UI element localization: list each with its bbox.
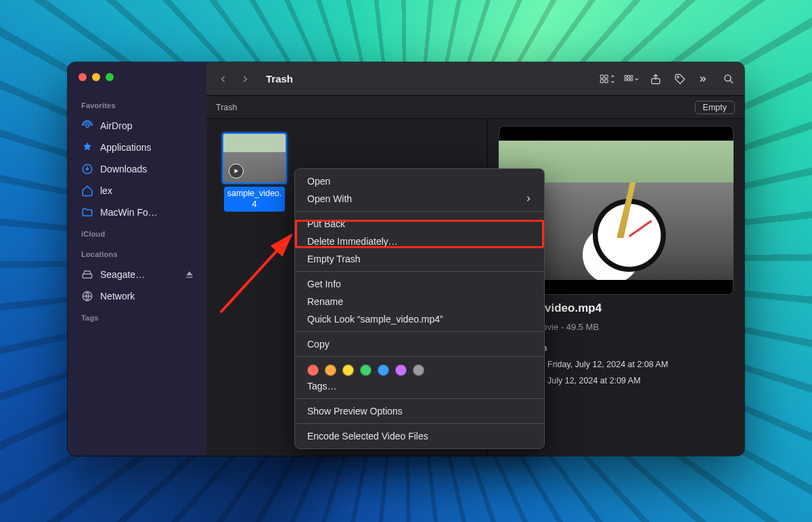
svg-rect-9 [628, 75, 630, 77]
sidebar-item-label: Downloads [100, 164, 147, 174]
close-window-button[interactable] [78, 73, 87, 81]
svg-rect-5 [605, 75, 608, 78]
svg-point-16 [725, 75, 731, 81]
svg-rect-6 [600, 79, 604, 82]
menu-item-tags[interactable]: Tags… [295, 377, 544, 395]
sidebar-item-applications[interactable]: Applications [77, 138, 200, 157]
tag-dot-purple[interactable] [395, 364, 407, 376]
chevron-right-icon [525, 195, 532, 202]
sidebar-section-locations: Locations [77, 245, 200, 262]
svg-rect-11 [625, 78, 627, 80]
menu-item-rename[interactable]: Rename [295, 293, 544, 310]
menu-item-show-preview-options[interactable]: Show Preview Options [295, 402, 544, 420]
nav-forward-button[interactable] [235, 69, 255, 89]
tags-button[interactable] [673, 72, 687, 87]
menu-item-open-with[interactable]: Open With [295, 190, 544, 208]
sidebar-section-tags: Tags [77, 308, 200, 326]
trash-subbar: Trash Empty [206, 96, 744, 119]
sidebar-item-label: Seagate… [100, 269, 145, 280]
file-thumbnail[interactable] [223, 134, 286, 183]
svg-rect-10 [631, 75, 633, 77]
window-controls [77, 70, 200, 93]
svg-rect-2 [83, 274, 92, 278]
sidebar-item-downloads[interactable]: Downloads [77, 160, 200, 179]
tag-dot-grey[interactable] [413, 364, 424, 376]
svg-rect-12 [628, 78, 630, 80]
play-icon [229, 164, 244, 179]
tag-dot-yellow[interactable] [342, 364, 354, 376]
home-icon [81, 185, 93, 197]
eject-icon[interactable] [183, 268, 196, 281]
file-item[interactable]: sample_video. 4 [217, 134, 292, 212]
svg-point-0 [86, 124, 89, 128]
svg-rect-4 [600, 75, 604, 78]
external-drive-icon [81, 268, 93, 281]
location-label: Trash [216, 103, 238, 112]
menu-separator [295, 356, 544, 357]
svg-rect-13 [631, 78, 633, 80]
sidebar-section-icloud: iCloud [77, 224, 200, 242]
downloads-icon [81, 163, 93, 175]
menu-item-quick-look[interactable]: Quick Look “sample_video.mp4” [295, 310, 544, 328]
menu-item-open[interactable]: Open [295, 172, 544, 190]
svg-rect-8 [625, 75, 627, 77]
menu-separator [295, 271, 544, 272]
menu-item-get-info[interactable]: Get Info [295, 275, 544, 293]
sidebar-item-airdrop[interactable]: AirDrop [77, 116, 200, 135]
sidebar-item-label: Network [100, 291, 135, 302]
sidebar-item-label: MacWin Fo… [100, 207, 158, 218]
sidebar-item-label: Applications [100, 142, 152, 153]
zoom-window-button[interactable] [106, 73, 114, 81]
preview-value: Friday, July 12, 2024 at 2:08 AM [547, 360, 668, 369]
sidebar-item-label: lex [100, 185, 112, 196]
sidebar-item-home[interactable]: lex [77, 181, 200, 200]
more-toolbar-button[interactable] [697, 72, 712, 87]
context-menu: Open Open With Put Back Delete Immediate… [294, 168, 545, 449]
svg-point-15 [677, 76, 679, 77]
preview-value: July 12, 2024 at 2:09 AM [547, 376, 641, 385]
group-by-button[interactable] [624, 72, 639, 87]
sidebar-item-seagate[interactable]: Seagate… [77, 265, 200, 284]
folder-icon [81, 206, 93, 218]
view-options-button[interactable] [600, 72, 614, 87]
menu-separator [295, 211, 544, 212]
tag-dot-orange[interactable] [325, 364, 336, 376]
sidebar-item-label: AirDrop [100, 120, 132, 131]
tag-dot-blue[interactable] [378, 364, 389, 376]
sidebar-item-macwin[interactable]: MacWin Fo… [77, 203, 200, 222]
tag-dot-red[interactable] [307, 364, 319, 376]
sidebar-item-network[interactable]: Network [77, 287, 200, 306]
network-icon [81, 290, 93, 302]
search-button[interactable] [721, 72, 736, 87]
nav-back-button[interactable] [213, 69, 233, 89]
sidebar-section-favorites: Favorites [77, 96, 200, 114]
menu-item-empty-trash[interactable]: Empty Trash [295, 250, 544, 268]
file-name-label[interactable]: sample_video. 4 [224, 187, 286, 212]
window-title: Trash [259, 73, 300, 85]
menu-item-encode[interactable]: Encode Selected Video Files [295, 427, 544, 445]
finder-sidebar: Favorites AirDrop Applications Downloads [68, 62, 206, 456]
tag-dot-green[interactable] [360, 364, 371, 376]
share-button[interactable] [648, 72, 663, 87]
menu-tag-colors [295, 360, 544, 377]
menu-separator [295, 331, 544, 332]
menu-separator [295, 398, 544, 399]
finder-toolbar: Trash [206, 62, 744, 96]
svg-rect-7 [605, 79, 608, 82]
menu-separator [295, 423, 544, 424]
menu-item-put-back[interactable]: Put Back [295, 215, 544, 233]
menu-item-delete-immediately[interactable]: Delete Immediately… [295, 233, 544, 250]
desktop-background: Favorites AirDrop Applications Downloads [0, 0, 812, 522]
minimize-window-button[interactable] [92, 73, 100, 81]
airdrop-icon [81, 120, 93, 132]
empty-trash-button[interactable]: Empty [695, 101, 735, 114]
applications-icon [81, 141, 93, 153]
menu-item-copy[interactable]: Copy [295, 335, 544, 353]
